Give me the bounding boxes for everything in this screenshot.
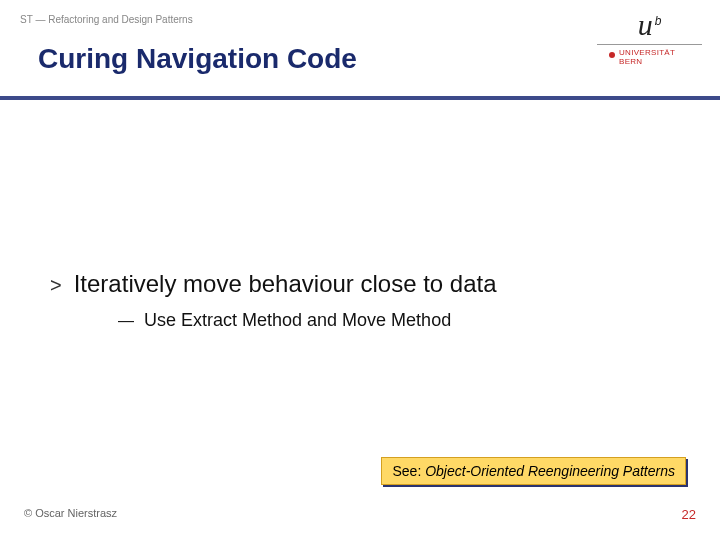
slide-content: > Iteratively move behaviour close to da…: [0, 100, 720, 331]
copyright-text: © Oscar Nierstrasz: [24, 507, 117, 522]
reference-title: Object-Oriented Reengineering Patterns: [425, 463, 675, 479]
page-number: 22: [682, 507, 696, 522]
slide-footer: © Oscar Nierstrasz 22: [0, 507, 720, 522]
logo-letters: u b: [597, 8, 702, 42]
sub-bullet-row: — Use Extract Method and Move Method: [50, 298, 680, 331]
university-logo: u b UNIVERSITÄT BERN: [597, 8, 702, 67]
reference-callout: See: Object-Oriented Reengineering Patte…: [381, 457, 686, 485]
logo-b-icon: b: [655, 14, 662, 28]
main-bullet-marker: >: [50, 274, 62, 297]
reference-prefix: See:: [392, 463, 425, 479]
main-bullet-text: Iteratively move behaviour close to data: [74, 270, 497, 298]
sub-bullet-text: Use Extract Method and Move Method: [144, 310, 451, 331]
slide-header: ST — Refactoring and Design Patterns Cur…: [0, 0, 720, 100]
logo-u-icon: u: [638, 8, 653, 42]
red-dot-icon: [609, 52, 615, 58]
main-bullet-row: > Iteratively move behaviour close to da…: [50, 270, 680, 298]
sub-bullet-marker: —: [118, 312, 134, 330]
university-name-line2: BERN: [597, 58, 702, 67]
logo-divider: [597, 44, 702, 45]
